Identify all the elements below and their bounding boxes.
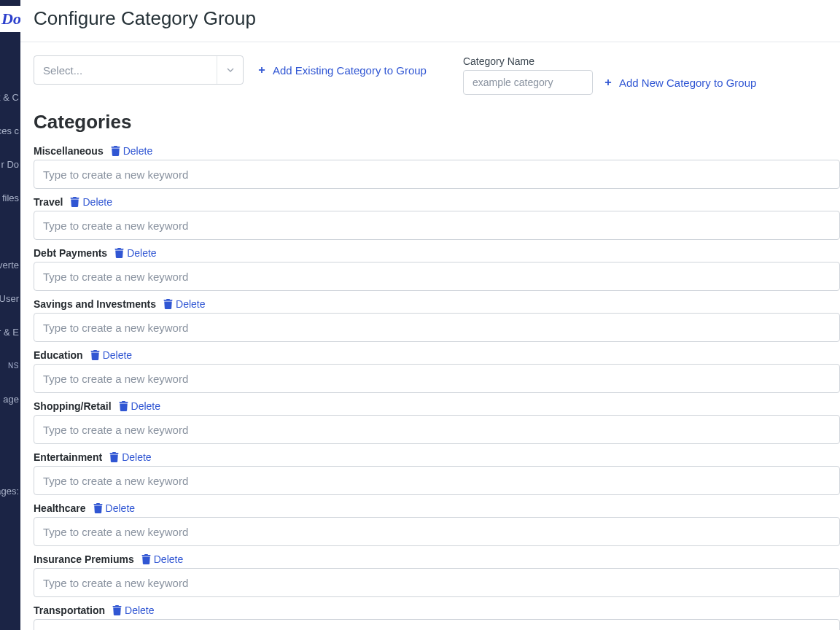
keyword-input[interactable] [34, 160, 840, 189]
category-block: EducationDelete [34, 349, 840, 393]
keyword-input[interactable] [34, 262, 840, 291]
new-category-column: Category Name Add New Category to Group [463, 55, 756, 95]
category-header: TransportationDelete [34, 604, 840, 616]
category-header: TravelDelete [34, 196, 840, 208]
sidebar-item[interactable]: k & C [0, 80, 20, 114]
sidebar-section-heading: NS [0, 349, 20, 382]
keyword-input[interactable] [34, 466, 840, 495]
sidebar-item[interactable]: r Do [0, 147, 20, 181]
sidebar-item[interactable]: User [0, 281, 20, 315]
trash-icon [109, 452, 119, 462]
sidebar: Doc k & C ices c r Do files verte User r… [0, 0, 20, 630]
delete-label: Delete [131, 400, 160, 412]
sidebar-item[interactable]: ages: [0, 474, 20, 508]
trash-icon [93, 503, 103, 513]
categories-section-title: Categories [20, 101, 840, 138]
category-name: Healthcare [34, 502, 86, 514]
sidebar-item[interactable]: ices c [0, 114, 20, 147]
category-block: EntertainmentDelete [34, 451, 840, 495]
category-block: TransportationDelete [34, 604, 840, 630]
delete-category-button[interactable]: Delete [119, 400, 160, 412]
chevron-down-icon [217, 56, 243, 84]
category-name: Travel [34, 196, 63, 208]
category-header: Debt PaymentsDelete [34, 247, 840, 259]
add-new-category-button[interactable]: Add New Category to Group [603, 77, 756, 89]
delete-label: Delete [127, 247, 156, 259]
categories-list: MiscellaneousDeleteTravelDeleteDebt Paym… [20, 145, 840, 630]
category-name: Savings and Investments [34, 298, 156, 310]
category-block: MiscellaneousDelete [34, 145, 840, 189]
page-title: Configure Category Group [20, 0, 840, 42]
add-existing-category-button[interactable]: Add Existing Category to Group [257, 64, 427, 77]
keyword-input[interactable] [34, 415, 840, 444]
sidebar-item[interactable] [0, 214, 20, 248]
existing-category-select[interactable]: Select... [34, 55, 244, 85]
plus-icon [257, 65, 267, 75]
delete-label: Delete [103, 349, 132, 361]
delete-category-button[interactable]: Delete [111, 145, 152, 157]
sidebar-item[interactable]: files [0, 181, 20, 214]
delete-category-button[interactable]: Delete [163, 298, 205, 310]
category-block: Debt PaymentsDelete [34, 247, 840, 291]
trash-icon [90, 350, 100, 360]
category-name: Entertainment [34, 451, 102, 463]
category-block: Savings and InvestmentsDelete [34, 298, 840, 342]
delete-label: Delete [176, 298, 205, 310]
category-block: Shopping/RetailDelete [34, 400, 840, 444]
category-header: Shopping/RetailDelete [34, 400, 840, 412]
category-name: Debt Payments [34, 247, 107, 259]
category-header: Insurance PremiumsDelete [34, 553, 840, 565]
category-header: EducationDelete [34, 349, 840, 361]
category-block: HealthcareDelete [34, 502, 840, 546]
delete-category-button[interactable]: Delete [114, 247, 156, 259]
category-header: MiscellaneousDelete [34, 145, 840, 157]
keyword-input[interactable] [34, 517, 840, 546]
trash-icon [141, 554, 151, 564]
keyword-input[interactable] [34, 211, 840, 240]
delete-label: Delete [106, 502, 135, 514]
keyword-input[interactable] [34, 313, 840, 342]
brand-logo: Doc [0, 6, 20, 32]
plus-icon [603, 77, 613, 88]
delete-category-button[interactable]: Delete [141, 553, 183, 565]
delete-label: Delete [82, 196, 112, 208]
keyword-input[interactable] [34, 619, 840, 630]
keyword-input[interactable] [34, 364, 840, 393]
category-header: HealthcareDelete [34, 502, 840, 514]
trash-icon [70, 197, 79, 207]
category-name-input[interactable] [463, 70, 593, 95]
keyword-input[interactable] [34, 568, 840, 597]
delete-label: Delete [154, 553, 183, 565]
delete-category-button[interactable]: Delete [112, 604, 154, 616]
category-header: EntertainmentDelete [34, 451, 840, 463]
main-panel: Configure Category Group Select... Add E… [20, 0, 840, 630]
trash-icon [114, 248, 124, 258]
category-name-label: Category Name [463, 55, 756, 67]
add-new-label: Add New Category to Group [619, 77, 756, 89]
delete-label: Delete [122, 451, 151, 463]
delete-category-button[interactable]: Delete [70, 196, 112, 208]
category-block: TravelDelete [34, 196, 840, 240]
delete-category-button[interactable]: Delete [93, 502, 135, 514]
sidebar-nav: k & C ices c r Do files verte User r & E… [0, 80, 20, 508]
category-block: Insurance PremiumsDelete [34, 553, 840, 597]
delete-category-button[interactable]: Delete [109, 451, 151, 463]
category-name: Insurance Premiums [34, 553, 134, 565]
trash-icon [163, 299, 173, 309]
trash-icon [112, 605, 122, 615]
category-name: Transportation [34, 604, 105, 616]
trash-icon [111, 146, 120, 156]
sidebar-item[interactable]: r & E [0, 315, 20, 349]
group-controls-row: Select... Add Existing Category to Group… [20, 42, 840, 101]
category-name: Miscellaneous [34, 145, 104, 157]
delete-category-button[interactable]: Delete [90, 349, 132, 361]
trash-icon [119, 401, 128, 411]
delete-label: Delete [123, 145, 152, 157]
category-name: Education [34, 349, 83, 361]
sidebar-item[interactable]: verte [0, 248, 20, 281]
category-name: Shopping/Retail [34, 400, 112, 412]
sidebar-item[interactable]: age [0, 382, 20, 416]
add-existing-label: Add Existing Category to Group [273, 64, 427, 77]
delete-label: Delete [125, 604, 154, 616]
select-placeholder: Select... [43, 64, 82, 77]
